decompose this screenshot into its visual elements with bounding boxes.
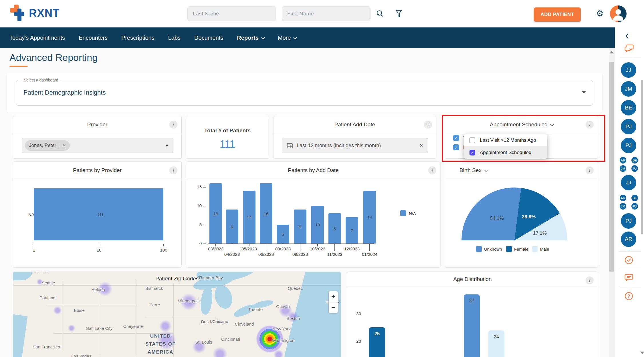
add-patient-button[interactable]: ADD PATIENT [534,7,581,22]
appointment-card-title[interactable]: Appointment Scheduled [445,116,598,133]
patient-avatar-pj[interactable]: PJ [621,138,636,153]
info-icon[interactable]: i [586,166,594,174]
checkbox-checked-icon[interactable]: ✓ [453,135,459,141]
patient-avatar-jm[interactable]: JM [619,202,627,210]
nav-item-reports[interactable]: Reports [237,35,264,41]
scroll-up-arrow-icon[interactable] [610,51,614,53]
y-tick [203,206,206,206]
birth-sex-pie[interactable] [461,188,567,240]
x-category-label: 09/2023 [291,252,310,257]
nav-item-label: Prescriptions [121,35,154,41]
birth-sex-title[interactable]: Birth Sex [445,162,598,179]
clear-date-icon[interactable]: ✕ [419,143,423,148]
patient-avatar-jm[interactable]: JM [619,165,627,172]
x-tick [300,244,300,251]
question-circle-icon[interactable]: ? [624,291,633,300]
provider-chip-label: Jones, Peter [29,143,56,148]
divider [619,59,641,59]
pie-slice-label-female: 28.8% [522,214,536,220]
scrollbar-thumb[interactable] [609,62,614,272]
patient-avatar-be[interactable]: BE [621,100,636,115]
main-scrollbar[interactable] [609,48,615,357]
nav-item-encounters[interactable]: Encounters [79,35,108,41]
map-city-minneapolis: Minneapolis [178,298,201,303]
info-icon[interactable]: i [169,166,177,174]
checkbox-unchecked-icon[interactable] [469,137,475,143]
dropdown-item-appointment-scheduled[interactable]: ✓Appointment Scheduled [464,146,547,159]
chevron-down-icon [550,122,554,126]
sidebar-collapse-chevron-icon[interactable] [625,34,630,39]
total-patients-value: 111 [186,138,269,150]
chevron-down-icon [165,145,169,147]
x-tick [163,244,164,246]
age-bar-value: 25 [374,331,380,336]
patient-avatar-jj[interactable]: JJ [621,62,636,78]
checkbox-checked-icon[interactable]: ✓ [469,150,475,155]
add-date-input[interactable]: Last 12 months (includes this month) ✕ [282,138,428,153]
patients-by-provider-title: Patients by Provider [13,162,181,179]
sidebar-scrollbar-thumb[interactable] [641,80,643,234]
patient-avatar-jm[interactable]: JM [621,81,636,97]
scroll-down-arrow-icon[interactable] [640,352,644,354]
bar-value-label: 10 [315,222,320,227]
map-city-las-vegas: Las Vegas [71,354,91,357]
age-bar-1[interactable] [464,294,480,357]
x-tick [215,244,216,246]
user-avatar[interactable] [610,5,627,22]
patient-avatar-ar[interactable]: AR [621,232,636,247]
nav-item-documents[interactable]: Documents [194,35,223,41]
patient-avatar-ar[interactable]: AR [619,194,627,202]
chat-bubbles-icon[interactable] [624,43,633,52]
map-city-bismarck: Bismarck [145,286,163,291]
first-name-input[interactable] [282,6,370,21]
zoom-in-button[interactable]: + [329,291,338,302]
map-heat-blob [53,306,62,315]
birth-sex-title-text: Birth Sex [459,167,481,173]
dashboard-select[interactable]: Select a dashboard Patient Demographic I… [16,80,593,106]
map-city-san-francisco: San Francisco [33,344,60,349]
map-city-st-louis: St. Louis [195,340,212,344]
patient-avatar-jj[interactable]: JJ [621,175,636,190]
provider-select[interactable]: Jones, Peter ✕ [22,138,173,153]
appointment-card-title-text: Appointment Scheduled [490,121,548,128]
nav-item-labs[interactable]: Labs [168,35,181,41]
x-category-label: 11/2023 [325,252,344,257]
info-icon[interactable]: i [586,276,594,284]
rxnt-logo[interactable]: RXNT [9,5,60,22]
info-icon[interactable]: i [169,121,177,129]
checkbox-checked-icon[interactable]: ✓ [453,144,459,150]
info-icon[interactable]: i [428,166,436,174]
main-content: Advanced Reporting Select a dashboard Pa… [0,48,609,357]
map-city-cleveland: Cleveland [235,322,254,326]
zoom-out-button[interactable]: − [329,302,338,313]
patient-avatar-be[interactable]: BE [631,194,639,202]
add-date-value: Last 12 months (includes this month) [297,143,415,149]
map-country-label-line: UNITED [150,333,171,339]
filter-funnel-icon[interactable] [394,9,403,18]
nav-item-label: Encounters [79,35,108,41]
map-city-washington: Washington [272,338,295,343]
patient-avatar-pj[interactable]: PJ [621,213,636,229]
dropdown-item-last-visit-12-months-ago[interactable]: Last Visit >12 Months Ago [464,134,547,146]
y-tick [203,225,206,225]
nav-item-today-s-appointments[interactable]: Today's Appointments [9,35,65,41]
x-tick [352,244,352,246]
message-square-icon[interactable] [624,273,633,282]
patient-avatar-ar[interactable]: AR [619,156,627,164]
patient-avatar-pj[interactable]: PJ [631,202,639,210]
age-distribution-title: Age Distribution [347,272,598,286]
check-circle-icon[interactable] [624,255,633,264]
patient-avatar-pj[interactable]: PJ [621,119,636,134]
nav-item-more[interactable]: More [278,35,296,41]
svg-text:?: ? [627,294,630,299]
last-name-input[interactable] [187,6,276,21]
bar-value-label: 8 [334,226,336,231]
info-icon[interactable]: i [424,121,432,129]
nav-item-prescriptions[interactable]: Prescriptions [121,35,154,41]
info-icon[interactable]: i [586,121,594,129]
search-icon[interactable] [375,9,385,18]
patient-avatar-be[interactable]: BE [631,156,639,164]
settings-gear-icon[interactable]: ⚙ [596,8,604,19]
patient-avatar-pj[interactable]: PJ [631,165,639,172]
chip-remove-icon[interactable]: ✕ [59,143,66,148]
